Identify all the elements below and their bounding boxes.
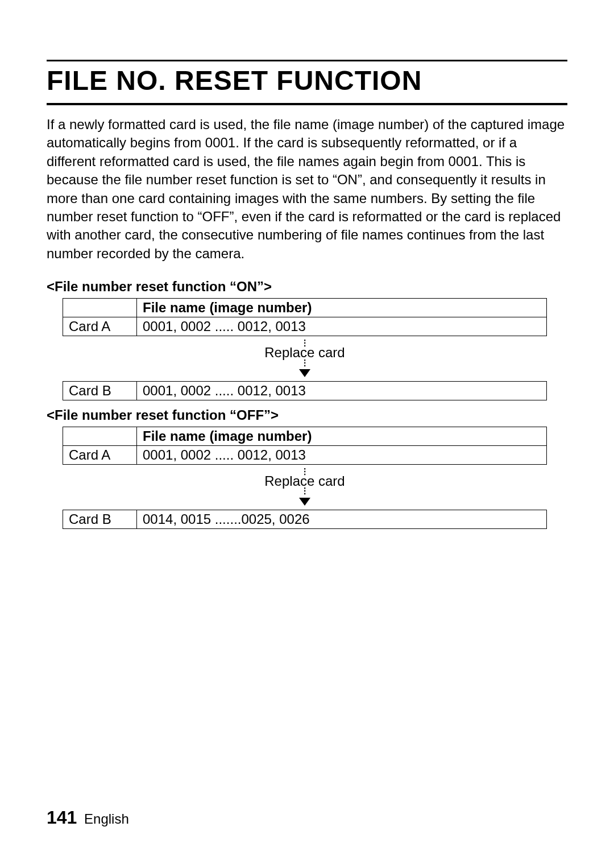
card-a-label: Card A xyxy=(63,445,137,464)
table-off-card-b: Card B 0014, 0015 .......0025, 0026 xyxy=(63,510,547,529)
manual-page: FILE NO. RESET FUNCTION If a newly forma… xyxy=(0,0,614,868)
table-col-header: File name (image number) xyxy=(137,299,547,317)
rule-top xyxy=(47,60,567,61)
page-footer: 141 English xyxy=(47,807,129,828)
page-language: English xyxy=(84,811,129,826)
table-blank-header xyxy=(63,299,137,317)
vertical-dots-icon: ⁝ xyxy=(63,361,547,365)
rule-bottom xyxy=(47,103,567,105)
card-a-values: 0001, 0002 ..... 0012, 0013 xyxy=(137,317,547,336)
vertical-dots-icon: ⁝ xyxy=(63,489,547,493)
arrow-down-icon xyxy=(299,369,310,377)
card-b-values: 0014, 0015 .......0025, 0026 xyxy=(137,510,547,528)
table-on-header: File name (image number) Card A 0001, 00… xyxy=(63,298,547,336)
subheading-off: <File number reset function “OFF”> xyxy=(47,407,567,423)
card-b-values: 0001, 0002 ..... 0012, 0013 xyxy=(137,381,547,400)
replace-card-block: ⁝ Replace card ⁝ xyxy=(63,336,547,381)
table-col-header: File name (image number) xyxy=(137,427,547,445)
subheading-on: <File number reset function “ON”> xyxy=(47,279,567,295)
arrow-down-icon xyxy=(299,498,310,506)
table-off-header: File name (image number) Card A 0001, 00… xyxy=(63,427,547,465)
page-number: 141 xyxy=(47,807,77,828)
table-off-wrap: File name (image number) Card A 0001, 00… xyxy=(63,427,547,529)
table-on-wrap: File name (image number) Card A 0001, 00… xyxy=(63,298,547,400)
card-b-label: Card B xyxy=(63,510,137,528)
card-a-values: 0001, 0002 ..... 0012, 0013 xyxy=(137,445,547,464)
table-on-card-b: Card B 0001, 0002 ..... 0012, 0013 xyxy=(63,381,547,400)
page-title: FILE NO. RESET FUNCTION xyxy=(47,65,567,96)
replace-card-block: ⁝ Replace card ⁝ xyxy=(63,465,547,510)
body-paragraph: If a newly formatted card is used, the f… xyxy=(47,115,567,263)
card-b-label: Card B xyxy=(63,381,137,400)
card-a-label: Card A xyxy=(63,317,137,336)
table-blank-header xyxy=(63,427,137,445)
